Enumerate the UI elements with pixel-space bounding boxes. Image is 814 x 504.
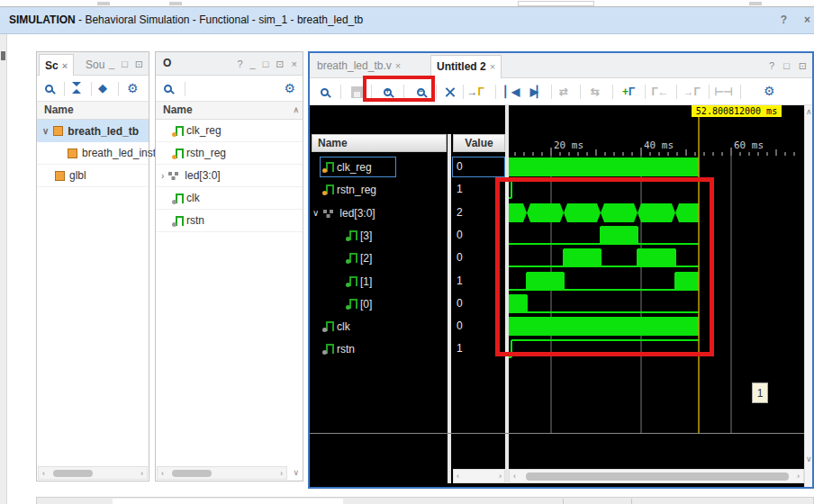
scope-row-breath-led-inst[interactable]: breath_led_inst bbox=[37, 142, 149, 165]
objects-panel: O ? _ □ ⊡ × ⚙ Name ∧ clk_reg rstn_reg bbox=[155, 51, 303, 482]
minimize-icon[interactable]: _ bbox=[250, 58, 256, 69]
expand-icon[interactable]: ◆ bbox=[98, 81, 107, 94]
scroll-left-icon[interactable]: ‹ bbox=[161, 469, 164, 478]
close-icon[interactable]: × bbox=[292, 58, 297, 69]
help-icon[interactable]: ? bbox=[237, 58, 242, 69]
toolbar-fragment bbox=[749, 2, 762, 5]
objects-row-label: led[3:0] bbox=[185, 169, 220, 182]
zoom-out-icon[interactable]: − bbox=[410, 78, 431, 105]
search-icon[interactable] bbox=[313, 78, 335, 105]
close-icon[interactable]: × bbox=[62, 60, 68, 71]
scroll-down-icon[interactable]: ∨ bbox=[293, 468, 299, 477]
marker-flag-1[interactable]: 1 bbox=[752, 382, 768, 403]
waveform-window: breath_led_tb.v× Untitled 2× ? □ ⊡ + − →… bbox=[308, 51, 814, 489]
maximize-icon[interactable]: □ bbox=[122, 58, 128, 69]
chevron-down-icon[interactable]: ∨ bbox=[312, 208, 319, 218]
scroll-right-icon[interactable]: › bbox=[797, 472, 800, 481]
scroll-left-icon[interactable]: ‹ bbox=[457, 472, 459, 481]
help-icon[interactable]: ? bbox=[781, 7, 787, 33]
close-icon[interactable]: × bbox=[804, 7, 810, 33]
wave-hscrollbar[interactable]: ‹ › bbox=[509, 469, 804, 483]
settings-gear-icon[interactable]: ⚙ bbox=[764, 85, 775, 97]
collapse-all-icon[interactable] bbox=[72, 82, 81, 94]
wave-row-bit2[interactable]: [2] bbox=[310, 248, 448, 268]
tab-sources[interactable]: Sou bbox=[80, 54, 110, 76]
wave-value: 0 bbox=[457, 248, 502, 268]
float-icon[interactable]: ⊡ bbox=[799, 60, 807, 72]
scroll-left-icon[interactable]: ‹ bbox=[42, 469, 45, 478]
add-marker-icon[interactable]: +Γ bbox=[618, 78, 639, 105]
float-icon[interactable]: ⊡ bbox=[135, 58, 143, 70]
zoom-fit-icon[interactable] bbox=[439, 78, 460, 105]
scroll-thumb[interactable] bbox=[53, 470, 93, 477]
chevron-down-icon[interactable]: ∨ bbox=[42, 126, 49, 136]
wave-content: Name Value clk_reg rstn_reg ∨led[3:0] [3… bbox=[310, 105, 812, 487]
chevron-right-icon[interactable]: › bbox=[161, 171, 164, 181]
scope-row-breath-led-tb[interactable]: ∨ breath_led_tb bbox=[37, 120, 149, 142]
span-markers-icon[interactable]: ⊢⊣ bbox=[712, 78, 734, 105]
wave-value-column-header[interactable]: Value bbox=[453, 134, 505, 152]
selected-name-outline bbox=[320, 157, 396, 177]
wave-name-column-header[interactable]: Name bbox=[312, 134, 447, 152]
objects-hscrollbar[interactable]: ‹ › bbox=[157, 466, 287, 480]
wave-row-led[interactable]: ∨led[3:0] bbox=[310, 202, 448, 223]
scroll-right-icon[interactable]: › bbox=[140, 469, 143, 478]
objects-row-clk-reg[interactable]: clk_reg bbox=[156, 120, 303, 142]
scroll-down-icon[interactable]: ∨ bbox=[806, 454, 812, 464]
scroll-left-icon[interactable]: ‹ bbox=[513, 472, 516, 481]
zoom-in-icon[interactable]: + bbox=[376, 78, 398, 105]
scroll-thumb[interactable] bbox=[526, 472, 789, 481]
wave-value: 2 bbox=[457, 202, 502, 223]
waveform-plot[interactable]: 20 ms40 ms60 ms bbox=[509, 105, 804, 487]
wave-row-bit3[interactable]: [3] bbox=[310, 225, 448, 246]
redo-zoom-icon[interactable]: ⇆ bbox=[584, 78, 606, 105]
value-hscrollbar[interactable]: ‹ › bbox=[453, 469, 505, 483]
objects-row-clk[interactable]: clk bbox=[156, 187, 303, 210]
signal-icon bbox=[172, 125, 182, 137]
wave-row-bit0[interactable]: [0] bbox=[310, 293, 448, 314]
wave-row-rstn-reg[interactable]: rstn_reg bbox=[310, 179, 448, 200]
scroll-right-icon[interactable]: › bbox=[499, 472, 502, 481]
minimize-icon[interactable]: _ bbox=[109, 58, 114, 69]
next-transition-icon[interactable]: ▶▏ bbox=[526, 78, 547, 105]
previous-marker-icon[interactable]: Γ← bbox=[649, 78, 671, 105]
search-icon[interactable] bbox=[45, 83, 53, 95]
objects-row-rstn-reg[interactable]: rstn_reg bbox=[156, 142, 303, 165]
objects-row-label: rstn bbox=[186, 214, 204, 227]
maximize-icon[interactable]: □ bbox=[783, 60, 790, 71]
scope-row-glbl[interactable]: glbl bbox=[37, 165, 149, 187]
scroll-up-icon[interactable]: ∧ bbox=[806, 107, 812, 116]
wave-row-clk[interactable]: clk bbox=[310, 316, 448, 337]
undo-zoom-icon[interactable]: ⇄ bbox=[553, 78, 574, 105]
wave-row-bit1[interactable]: [1] bbox=[310, 271, 448, 292]
settings-gear-icon[interactable]: ⚙ bbox=[127, 82, 139, 94]
scroll-right-icon[interactable]: › bbox=[280, 469, 283, 478]
objects-row-rstn[interactable]: rstn bbox=[156, 210, 303, 232]
previous-transition-icon[interactable]: ▏◀ bbox=[501, 78, 522, 105]
scope-tabbar: Sc× Sou _ □ ⊡ bbox=[37, 52, 149, 76]
settings-gear-icon[interactable]: ⚙ bbox=[284, 82, 295, 94]
scope-hscrollbar[interactable]: ‹ › bbox=[38, 466, 148, 480]
next-marker-icon[interactable]: →Γ bbox=[681, 78, 702, 105]
search-icon[interactable] bbox=[164, 83, 172, 95]
column-splitter[interactable] bbox=[448, 134, 451, 483]
wave-row-rstn[interactable]: rstn bbox=[310, 338, 448, 359]
objects-titlebar: O ? _ □ ⊡ × bbox=[156, 52, 303, 76]
close-icon[interactable]: × bbox=[395, 60, 401, 71]
panel-grip[interactable] bbox=[1, 51, 5, 60]
wave-vscrollbar[interactable]: ∧ ∨ bbox=[804, 105, 812, 487]
close-icon[interactable]: × bbox=[490, 61, 495, 72]
tab-source-file[interactable]: breath_led_tb.v× bbox=[312, 55, 406, 79]
scroll-up-icon[interactable]: ∧ bbox=[293, 102, 299, 119]
objects-row-led[interactable]: › led[3:0] bbox=[156, 165, 303, 187]
scroll-thumb[interactable] bbox=[172, 470, 212, 477]
tab-untitled-2[interactable]: Untitled 2× bbox=[430, 55, 502, 79]
signal-icon bbox=[322, 320, 332, 332]
maximize-icon[interactable]: □ bbox=[263, 58, 269, 69]
help-icon[interactable]: ? bbox=[769, 60, 774, 71]
go-to-cursor-icon[interactable]: →Γ bbox=[465, 78, 486, 105]
tab-scope[interactable]: Sc× bbox=[39, 54, 74, 76]
scope-toolbar: ◆ ⚙ bbox=[37, 76, 149, 102]
float-icon[interactable]: ⊡ bbox=[276, 58, 284, 70]
save-icon[interactable] bbox=[346, 78, 367, 105]
